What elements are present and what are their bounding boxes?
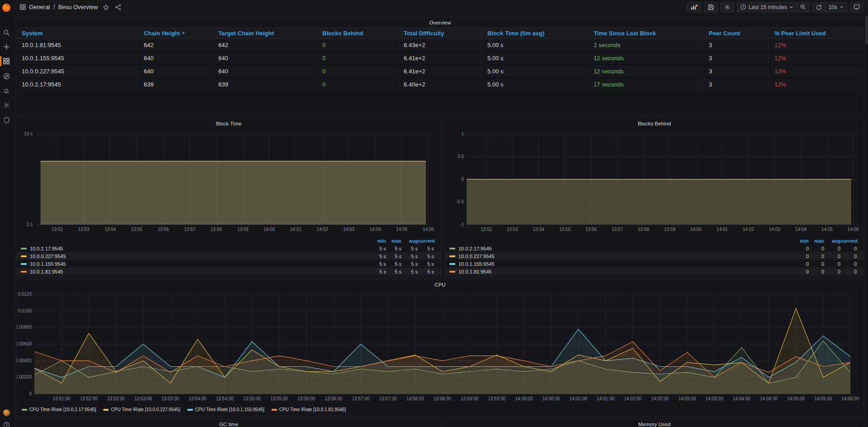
- column-header--peer-limit-used[interactable]: % Peer Limit Used: [769, 28, 864, 38]
- vertical-scrollbar[interactable]: [865, 14, 868, 427]
- cpu-legend: CPU Time IRate [10.0.2.17:9545]CPU Time …: [22, 407, 346, 412]
- share-icon[interactable]: [115, 4, 121, 10]
- legend-stat-header-avg[interactable]: avg: [824, 238, 840, 245]
- column-header-block-time-5m-avg-[interactable]: Block Time (5m avg): [482, 28, 588, 38]
- save-dashboard-button[interactable]: [704, 2, 718, 12]
- x-axis-tick: 14:01:30: [597, 396, 615, 401]
- legend-item[interactable]: 10.0.1.81:95450000: [445, 268, 864, 275]
- memory-used-panel: Memory Used: [444, 419, 864, 427]
- column-header-system[interactable]: System: [16, 28, 138, 38]
- legend-stat-header-current[interactable]: current: [418, 238, 441, 245]
- legend-item[interactable]: 10.0.0.227:95455 s5 s5 s5 s: [16, 252, 441, 260]
- gear-icon[interactable]: [0, 99, 13, 111]
- refresh-interval-picker[interactable]: 10s: [825, 2, 847, 12]
- table-cell: 0: [317, 39, 398, 51]
- block-time-chart[interactable]: 10 s1 s13:5213:5313:5413:5513:5613:5713:…: [16, 129, 441, 237]
- legend-stat-header-avg[interactable]: avg: [401, 238, 418, 245]
- series-swatch-icon: [21, 248, 27, 249]
- cpu-panel-title[interactable]: CPU: [16, 280, 864, 290]
- compass-icon[interactable]: [0, 70, 13, 82]
- x-axis-tick: 13:55: [131, 227, 143, 232]
- y-axis-tick: 1 s: [27, 222, 33, 227]
- y-axis-tick: 1: [461, 131, 464, 136]
- series-name: 10.0.0.227:9545: [30, 254, 368, 259]
- table-cell: 642: [138, 39, 213, 51]
- dashboard-settings-button[interactable]: [720, 2, 734, 12]
- block-time-panel-title[interactable]: Block Time: [16, 119, 441, 129]
- legend-item[interactable]: 10.0.2.17:95455 s5 s5 s5 s: [16, 245, 441, 252]
- legend-item[interactable]: CPU Time IRate [10.0.2.17:9545]: [22, 407, 96, 412]
- x-axis-tick: 14:00: [690, 227, 701, 232]
- chevron-down-icon: [839, 5, 844, 9]
- table-cell: 12 seconds: [588, 65, 704, 77]
- legend-stat-value: 5 s: [386, 269, 401, 274]
- column-header-chain-height[interactable]: Chain Height▾: [138, 28, 213, 38]
- legend-stat-header-max[interactable]: max: [386, 238, 401, 245]
- column-header-total-difficulty[interactable]: Total Difficulty: [398, 28, 482, 38]
- legend-stat-header-min[interactable]: min: [791, 238, 809, 245]
- add-panel-button[interactable]: [687, 2, 701, 12]
- table-cell: 6.43e+2: [398, 39, 482, 51]
- legend-stat-value: 0: [824, 254, 840, 259]
- refresh-button[interactable]: [812, 2, 825, 12]
- blocks-behind-plot[interactable]: 10.50-0.5-113:5213:5313:5413:5513:5613:5…: [445, 129, 864, 237]
- dashboards-icon[interactable]: [0, 55, 13, 67]
- time-range-picker[interactable]: Last 15 minutes: [737, 2, 797, 12]
- series-name: CPU Time IRate [10.0.1.81:9545]: [279, 407, 346, 412]
- refresh-interval-label: 10s: [829, 4, 837, 10]
- x-axis-tick: 14:00: [263, 227, 275, 232]
- table-cell: 6.41e+2: [398, 65, 482, 77]
- legend-stat-value: 0: [809, 269, 824, 274]
- block-time-plot[interactable]: 10 s1 s13:5213:5313:5413:5513:5613:5713:…: [16, 129, 441, 237]
- overview-panel: Overview SystemChain Height▾Target Chain…: [16, 17, 864, 115]
- cpu-chart[interactable]: 0.01200.01000.008000.006000.004000.00200…: [16, 290, 864, 407]
- x-axis-tick: 13:56: [585, 227, 596, 232]
- search-icon[interactable]: [0, 27, 13, 38]
- star-icon[interactable]: [103, 4, 109, 10]
- y-axis-tick: 0.00800: [16, 325, 32, 330]
- legend-stat-value: 0: [840, 246, 864, 251]
- grafana-logo[interactable]: [0, 2, 13, 14]
- plus-icon[interactable]: [0, 41, 13, 53]
- column-header-peer-count[interactable]: Peer Count: [703, 28, 769, 38]
- time-range-label: Last 15 minutes: [749, 4, 787, 10]
- blocks-behind-chart[interactable]: 10.50-0.5-113:5213:5313:5413:5513:5613:5…: [445, 129, 864, 237]
- table-cell: 0: [317, 78, 398, 91]
- gc-time-panel-title[interactable]: GC time: [16, 420, 441, 427]
- legend-item[interactable]: CPU Time IRate [10.0.1.81:9545]: [272, 407, 346, 412]
- legend-stat-value: 5 s: [401, 261, 418, 267]
- breadcrumb-page[interactable]: Besu Overview: [58, 4, 98, 10]
- legend-item[interactable]: 10.0.1.155:95450000: [445, 260, 864, 268]
- x-axis-tick: 14:03: [769, 227, 780, 232]
- legend-stat-value: 0: [791, 246, 809, 251]
- legend-item[interactable]: CPU Time IRate [10.0.0.227:9545]: [103, 407, 180, 412]
- legend-item[interactable]: 10.0.1.155:95455 s5 s5 s5 s: [16, 260, 441, 268]
- overview-panel-title[interactable]: Overview: [16, 18, 864, 28]
- legend-stat-header-current[interactable]: current: [840, 238, 864, 245]
- bell-icon[interactable]: [0, 85, 13, 96]
- column-header-target-chain-height[interactable]: Target Chain Height: [213, 28, 317, 38]
- legend-item[interactable]: CPU Time IRate [10.0.1.155:9545]: [187, 407, 264, 412]
- avatar[interactable]: [0, 407, 13, 418]
- zoom-out-button[interactable]: [797, 2, 810, 12]
- shield-icon[interactable]: [0, 114, 13, 126]
- legend-item[interactable]: 10.0.1.81:95455 s5 s5 s5 s: [16, 268, 441, 275]
- cycle-view-mode-button[interactable]: [850, 2, 863, 12]
- cpu-plot[interactable]: 0.01200.01000.008000.006000.004000.00200…: [16, 290, 864, 407]
- scrollbar-thumb[interactable]: [866, 16, 868, 44]
- table-cell: 5.00 s: [482, 65, 588, 77]
- blocks-behind-panel-title[interactable]: Blocks Behind: [445, 119, 864, 129]
- memory-used-panel-title[interactable]: Memory Used: [445, 420, 864, 427]
- legend-item[interactable]: 10.0.0.227:95450000: [445, 252, 864, 260]
- breadcrumb-section[interactable]: General: [29, 4, 50, 10]
- x-axis-tick: 14:04: [795, 227, 806, 232]
- block-time-panel: Block Time 10 s1 s13:5213:5313:5413:5513…: [16, 118, 442, 277]
- legend-item[interactable]: 10.0.2.17:95450000: [445, 245, 864, 252]
- zoom-out-icon: [800, 4, 806, 10]
- column-header-blocks-behind[interactable]: Blocks Behind: [317, 28, 398, 38]
- legend-stat-header-max[interactable]: max: [809, 238, 824, 245]
- help-icon[interactable]: [0, 419, 13, 427]
- table-row: 10.0.1.81:954564264206.43e+25.00 s2 seco…: [16, 39, 864, 52]
- legend-stat-header-min[interactable]: min: [368, 238, 386, 245]
- column-header-time-since-last-block[interactable]: Time Since Last Block: [588, 28, 704, 38]
